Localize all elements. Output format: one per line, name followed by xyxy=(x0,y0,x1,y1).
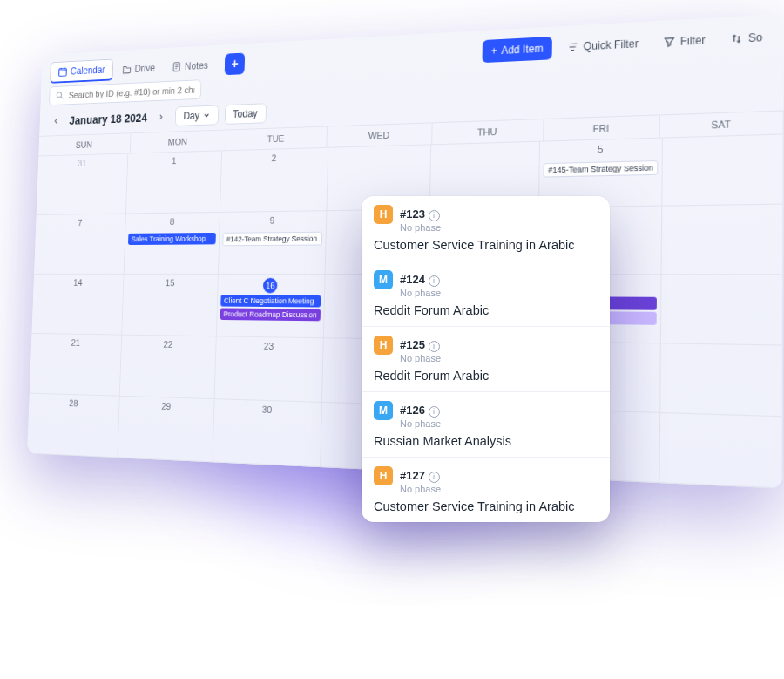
day-number: 5 xyxy=(598,144,604,155)
popup-item[interactable]: M#124 iNo phaseReddit Forum Arabic xyxy=(362,261,610,327)
calendar-cell[interactable] xyxy=(662,205,784,275)
priority-badge: H xyxy=(374,336,393,355)
filter-button[interactable]: Filter xyxy=(653,27,715,54)
day-number: 22 xyxy=(164,339,173,350)
calendar-cell[interactable]: 14 xyxy=(31,275,124,336)
popup-item[interactable]: H#127 iNo phaseCustomer Service Training… xyxy=(362,458,610,522)
event-chip[interactable]: #145-Team Strategy Session xyxy=(544,160,658,178)
priority-badge: M xyxy=(374,270,393,289)
calendar-cell[interactable]: 7 xyxy=(34,214,126,274)
next-button[interactable] xyxy=(152,108,169,126)
calendar-cell[interactable]: 8Sales Training Workshop xyxy=(124,213,220,275)
item-id: #124 xyxy=(400,273,425,286)
calendar-cell[interactable]: 21 xyxy=(30,334,122,397)
item-title: Customer Service Training in Arabic xyxy=(374,499,598,513)
day-number: 16 xyxy=(263,278,278,294)
view-selector[interactable]: Day xyxy=(175,105,219,126)
svg-point-2 xyxy=(57,92,61,98)
item-title: Reddit Forum Arabic xyxy=(374,303,598,317)
view-label: Day xyxy=(183,110,199,122)
priority-badge: H xyxy=(374,205,393,224)
plus-icon: + xyxy=(490,44,497,57)
day-number: 9 xyxy=(270,215,275,226)
item-phase: No phase xyxy=(400,222,598,233)
add-tab-button[interactable]: + xyxy=(225,52,246,75)
info-icon: i xyxy=(429,406,440,418)
calendar-cell[interactable] xyxy=(660,413,783,489)
info-icon: i xyxy=(429,341,440,352)
tab-drive-label: Drive xyxy=(134,62,155,74)
sort-label: So xyxy=(748,31,762,44)
sort-icon xyxy=(730,31,744,45)
tab-notes-label: Notes xyxy=(185,59,208,71)
item-id: #127 xyxy=(400,469,425,482)
item-id: #126 xyxy=(400,404,425,417)
weekday-header: THU xyxy=(432,119,544,145)
weekday-header: SUN xyxy=(38,133,131,156)
day-number: 30 xyxy=(262,404,272,415)
priority-badge: M xyxy=(374,401,393,420)
filter-label: Filter xyxy=(680,33,706,47)
calendar-cell[interactable]: 22 xyxy=(120,336,217,400)
event-chip[interactable]: #142-Team Strategy Session xyxy=(222,232,321,246)
quick-filter-label: Quick Filter xyxy=(583,37,638,52)
today-button[interactable]: Today xyxy=(224,103,266,125)
current-date-label: January 18 2024 xyxy=(69,111,147,126)
day-number: 2 xyxy=(271,153,276,163)
calendar-cell[interactable] xyxy=(660,343,783,417)
day-number: 8 xyxy=(170,216,175,226)
tab-drive[interactable]: Drive xyxy=(114,57,163,81)
calendar-icon xyxy=(57,66,68,78)
calendar-cell[interactable]: 28 xyxy=(27,394,120,458)
svg-rect-0 xyxy=(59,68,67,76)
calendar-cell[interactable]: 16Client C Negotiation MeetingProduct Ro… xyxy=(217,275,326,338)
calendar-cell[interactable]: 23 xyxy=(214,336,323,403)
weekday-header: TUE xyxy=(226,127,328,152)
popup-item[interactable]: M#126 iNo phaseRussian Market Analysis xyxy=(362,392,610,458)
today-label: Today xyxy=(233,107,258,119)
weekday-header: SAT xyxy=(660,112,784,139)
add-item-button[interactable]: + Add Item xyxy=(482,36,551,62)
event-chip[interactable]: Sales Training Workshop xyxy=(128,233,216,245)
calendar-cell[interactable]: 9#142-Team Strategy Session xyxy=(219,211,327,275)
day-number: 1 xyxy=(172,156,177,166)
calendar-cell[interactable]: 15 xyxy=(122,275,219,336)
day-number: 15 xyxy=(166,278,175,288)
funnel-icon xyxy=(662,35,675,48)
chevron-down-icon xyxy=(202,111,210,119)
calendar-cell[interactable]: 1 xyxy=(126,151,222,214)
day-number: 23 xyxy=(264,341,274,351)
tab-calendar[interactable]: Calendar xyxy=(50,59,113,84)
day-number: 29 xyxy=(161,401,171,411)
calendar-cell[interactable]: 2 xyxy=(220,148,328,213)
notes-icon xyxy=(171,60,181,72)
popup-item[interactable]: H#125 iNo phaseReddit Forum Arabic xyxy=(362,327,610,392)
tab-notes[interactable]: Notes xyxy=(164,53,216,78)
calendar-cell[interactable] xyxy=(662,135,783,207)
popup-item[interactable]: H#123 iNo phaseCustomer Service Training… xyxy=(362,196,610,261)
items-popup: H#123 iNo phaseCustomer Service Training… xyxy=(362,196,610,522)
event-chip[interactable]: Client C Negotiation Meeting xyxy=(220,295,321,307)
quick-filter-button[interactable]: Quick Filter xyxy=(558,31,648,59)
calendar-cell[interactable] xyxy=(661,275,783,345)
item-phase: No phase xyxy=(400,353,598,363)
calendar-cell[interactable]: 30 xyxy=(213,399,321,467)
calendar-cell[interactable]: 29 xyxy=(118,397,214,463)
info-icon: i xyxy=(429,275,440,287)
item-phase: No phase xyxy=(400,288,598,298)
info-icon: i xyxy=(429,472,440,483)
sort-button[interactable]: So xyxy=(720,24,773,51)
event-chip[interactable]: Product Roadmap Discussion xyxy=(220,308,321,321)
search-input[interactable] xyxy=(69,85,195,100)
day-number: 14 xyxy=(73,277,82,287)
item-title: Reddit Forum Arabic xyxy=(374,369,598,383)
weekday-header: FRI xyxy=(544,115,660,141)
item-id: #123 xyxy=(400,207,425,221)
item-phase: No phase xyxy=(400,418,598,429)
item-title: Russian Market Analysis xyxy=(374,434,598,448)
item-title: Customer Service Training in Arabic xyxy=(374,238,598,252)
search-icon xyxy=(55,90,64,101)
item-phase: No phase xyxy=(400,484,598,494)
calendar-cell[interactable]: 31 xyxy=(37,154,129,215)
prev-button[interactable] xyxy=(48,112,64,131)
